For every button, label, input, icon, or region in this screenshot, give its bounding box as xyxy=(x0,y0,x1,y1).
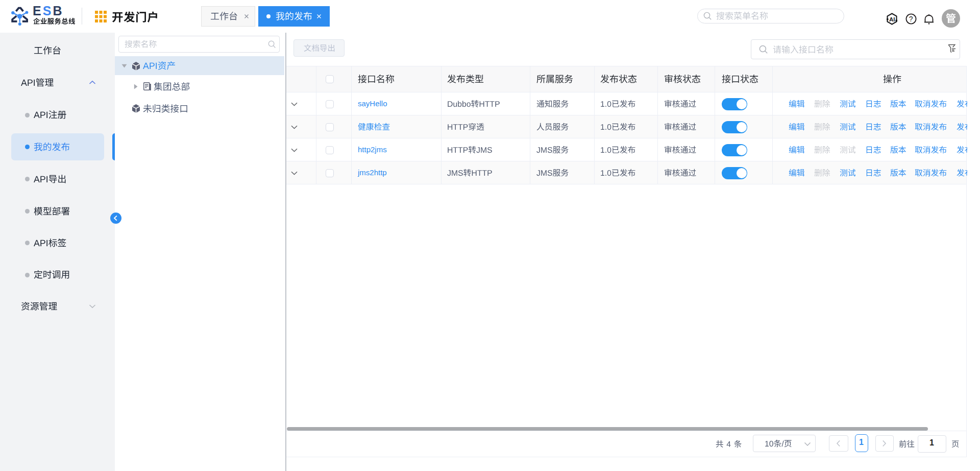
svg-text:AI: AI xyxy=(889,16,895,22)
svg-text:?: ? xyxy=(909,15,913,23)
